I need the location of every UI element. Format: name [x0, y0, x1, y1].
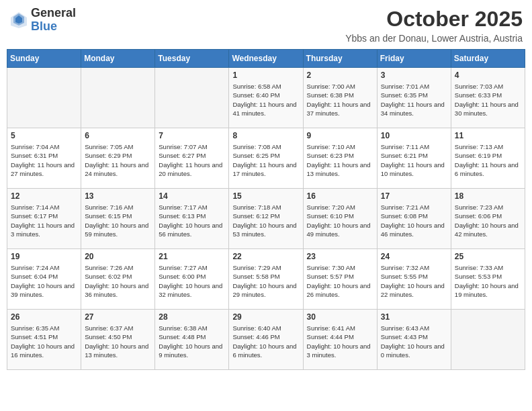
day-info: Sunrise: 6:41 AMSunset: 4:44 PMDaylight:…	[307, 324, 373, 359]
calendar-day-cell: 18Sunrise: 7:23 AMSunset: 6:06 PMDayligh…	[451, 189, 525, 249]
day-number: 4	[455, 71, 521, 80]
weekday-header: Sunday	[7, 50, 81, 68]
calendar: SundayMondayTuesdayWednesdayThursdayFrid…	[7, 49, 525, 370]
day-number: 19	[11, 252, 77, 261]
day-info: Sunrise: 7:07 AMSunset: 6:27 PMDaylight:…	[159, 142, 225, 178]
calendar-day-cell: 13Sunrise: 7:16 AMSunset: 6:15 PMDayligh…	[81, 189, 155, 249]
weekday-header: Saturday	[451, 50, 525, 68]
calendar-week-row: 19Sunrise: 7:24 AMSunset: 6:04 PMDayligh…	[7, 249, 525, 310]
calendar-day-cell: 26Sunrise: 6:35 AMSunset: 4:51 PMDayligh…	[7, 310, 81, 370]
day-info: Sunrise: 6:35 AMSunset: 4:51 PMDaylight:…	[11, 324, 77, 359]
logo-icon	[9, 11, 28, 30]
day-info: Sunrise: 7:27 AMSunset: 6:00 PMDaylight:…	[159, 263, 225, 299]
weekday-header: Wednesday	[229, 50, 303, 68]
page-header: General Blue October 2025 Ybbs an der Do…	[7, 7, 525, 44]
weekday-header: Thursday	[303, 50, 377, 68]
calendar-day-cell: 14Sunrise: 7:17 AMSunset: 6:13 PMDayligh…	[155, 189, 229, 249]
calendar-week-row: 12Sunrise: 7:14 AMSunset: 6:17 PMDayligh…	[7, 189, 525, 249]
day-number: 27	[85, 312, 151, 322]
day-number: 11	[455, 131, 521, 140]
calendar-day-cell: 21Sunrise: 7:27 AMSunset: 6:00 PMDayligh…	[155, 249, 229, 310]
day-info: Sunrise: 6:43 AMSunset: 4:43 PMDaylight:…	[381, 324, 447, 359]
day-number: 31	[381, 312, 447, 322]
month-title: October 2025	[345, 7, 523, 32]
day-number: 5	[11, 131, 77, 140]
day-number: 22	[232, 252, 299, 261]
day-number: 24	[381, 252, 447, 261]
day-info: Sunrise: 7:17 AMSunset: 6:13 PMDaylight:…	[159, 203, 225, 238]
calendar-day-cell: 8Sunrise: 7:08 AMSunset: 6:25 PMDaylight…	[229, 128, 303, 189]
calendar-day-cell: 17Sunrise: 7:21 AMSunset: 6:08 PMDayligh…	[377, 189, 451, 249]
calendar-day-cell: 1Sunrise: 6:58 AMSunset: 6:40 PMDaylight…	[229, 68, 303, 128]
day-info: Sunrise: 7:05 AMSunset: 6:29 PMDaylight:…	[85, 142, 151, 178]
day-number: 20	[85, 252, 151, 261]
day-number: 12	[11, 191, 77, 201]
day-number: 7	[159, 131, 225, 140]
calendar-day-cell: 20Sunrise: 7:26 AMSunset: 6:02 PMDayligh…	[81, 249, 155, 310]
logo-blue: Blue	[31, 19, 57, 33]
location: Ybbs an der Donau, Lower Austria, Austri…	[345, 33, 523, 44]
day-number: 8	[232, 131, 299, 140]
day-number: 14	[159, 191, 225, 201]
day-info: Sunrise: 7:08 AMSunset: 6:25 PMDaylight:…	[232, 142, 299, 178]
day-info: Sunrise: 7:23 AMSunset: 6:06 PMDaylight:…	[455, 203, 521, 238]
logo: General Blue	[9, 7, 76, 34]
calendar-week-row: 1Sunrise: 6:58 AMSunset: 6:40 PMDaylight…	[7, 68, 525, 128]
day-number: 9	[307, 131, 373, 140]
day-number: 3	[381, 71, 447, 80]
day-number: 2	[307, 71, 373, 80]
day-info: Sunrise: 7:11 AMSunset: 6:21 PMDaylight:…	[381, 142, 447, 178]
calendar-day-cell: 30Sunrise: 6:41 AMSunset: 4:44 PMDayligh…	[303, 310, 377, 370]
day-info: Sunrise: 7:21 AMSunset: 6:08 PMDaylight:…	[381, 203, 447, 238]
day-info: Sunrise: 6:38 AMSunset: 4:48 PMDaylight:…	[159, 324, 225, 359]
day-info: Sunrise: 7:20 AMSunset: 6:10 PMDaylight:…	[307, 203, 373, 238]
day-info: Sunrise: 6:58 AMSunset: 6:40 PMDaylight:…	[232, 82, 299, 118]
calendar-day-cell: 24Sunrise: 7:32 AMSunset: 5:55 PMDayligh…	[377, 249, 451, 310]
calendar-day-cell: 27Sunrise: 6:37 AMSunset: 4:50 PMDayligh…	[81, 310, 155, 370]
day-number: 6	[85, 131, 151, 140]
calendar-day-cell: 31Sunrise: 6:43 AMSunset: 4:43 PMDayligh…	[377, 310, 451, 370]
day-info: Sunrise: 7:29 AMSunset: 5:58 PMDaylight:…	[232, 263, 299, 299]
title-section: October 2025 Ybbs an der Donau, Lower Au…	[345, 7, 523, 44]
calendar-day-cell: 7Sunrise: 7:07 AMSunset: 6:27 PMDaylight…	[155, 128, 229, 189]
calendar-day-cell: 16Sunrise: 7:20 AMSunset: 6:10 PMDayligh…	[303, 189, 377, 249]
day-number: 23	[307, 252, 373, 261]
day-info: Sunrise: 7:30 AMSunset: 5:57 PMDaylight:…	[307, 263, 373, 299]
calendar-day-cell	[155, 68, 229, 128]
day-info: Sunrise: 7:04 AMSunset: 6:31 PMDaylight:…	[11, 142, 77, 178]
calendar-day-cell: 4Sunrise: 7:03 AMSunset: 6:33 PMDaylight…	[451, 68, 525, 128]
weekday-header: Friday	[377, 50, 451, 68]
day-info: Sunrise: 7:32 AMSunset: 5:55 PMDaylight:…	[381, 263, 447, 299]
calendar-week-row: 5Sunrise: 7:04 AMSunset: 6:31 PMDaylight…	[7, 128, 525, 189]
day-info: Sunrise: 6:37 AMSunset: 4:50 PMDaylight:…	[85, 324, 151, 359]
weekday-header: Monday	[81, 50, 155, 68]
weekday-header: Tuesday	[155, 50, 229, 68]
day-info: Sunrise: 7:10 AMSunset: 6:23 PMDaylight:…	[307, 142, 373, 178]
calendar-day-cell: 5Sunrise: 7:04 AMSunset: 6:31 PMDaylight…	[7, 128, 81, 189]
calendar-day-cell: 23Sunrise: 7:30 AMSunset: 5:57 PMDayligh…	[303, 249, 377, 310]
calendar-day-cell: 2Sunrise: 7:00 AMSunset: 6:38 PMDaylight…	[303, 68, 377, 128]
calendar-day-cell: 9Sunrise: 7:10 AMSunset: 6:23 PMDaylight…	[303, 128, 377, 189]
calendar-day-cell	[81, 68, 155, 128]
calendar-day-cell: 11Sunrise: 7:13 AMSunset: 6:19 PMDayligh…	[451, 128, 525, 189]
calendar-day-cell: 12Sunrise: 7:14 AMSunset: 6:17 PMDayligh…	[7, 189, 81, 249]
day-info: Sunrise: 7:00 AMSunset: 6:38 PMDaylight:…	[307, 82, 373, 118]
day-info: Sunrise: 7:26 AMSunset: 6:02 PMDaylight:…	[85, 263, 151, 299]
day-info: Sunrise: 7:14 AMSunset: 6:17 PMDaylight:…	[11, 203, 77, 238]
calendar-day-cell: 25Sunrise: 7:33 AMSunset: 5:53 PMDayligh…	[451, 249, 525, 310]
calendar-day-cell: 19Sunrise: 7:24 AMSunset: 6:04 PMDayligh…	[7, 249, 81, 310]
calendar-day-cell: 6Sunrise: 7:05 AMSunset: 6:29 PMDaylight…	[81, 128, 155, 189]
day-number: 16	[307, 191, 373, 201]
day-info: Sunrise: 7:13 AMSunset: 6:19 PMDaylight:…	[455, 142, 521, 178]
day-number: 13	[85, 191, 151, 201]
day-info: Sunrise: 6:40 AMSunset: 4:46 PMDaylight:…	[232, 324, 299, 359]
day-number: 18	[455, 191, 521, 201]
calendar-day-cell: 22Sunrise: 7:29 AMSunset: 5:58 PMDayligh…	[229, 249, 303, 310]
day-number: 21	[159, 252, 225, 261]
day-info: Sunrise: 7:01 AMSunset: 6:35 PMDaylight:…	[381, 82, 447, 118]
logo-text: General Blue	[31, 7, 76, 34]
calendar-day-cell: 15Sunrise: 7:18 AMSunset: 6:12 PMDayligh…	[229, 189, 303, 249]
day-number: 17	[381, 191, 447, 201]
calendar-day-cell: 10Sunrise: 7:11 AMSunset: 6:21 PMDayligh…	[377, 128, 451, 189]
calendar-day-cell	[451, 310, 525, 370]
